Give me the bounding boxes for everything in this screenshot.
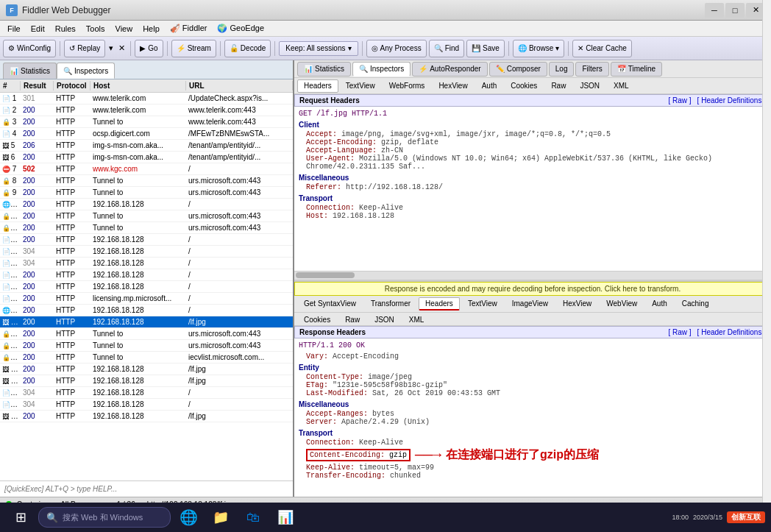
response-vertical-scrollbar[interactable]: [762, 296, 771, 497]
resp-tab-syntaxview[interactable]: Get SyntaxView: [297, 297, 363, 311]
maximize-button[interactable]: □: [725, 3, 745, 18]
request-scrollbar[interactable]: [294, 271, 771, 280]
browse-button[interactable]: 🌐 Browse ▾: [513, 40, 564, 57]
session-row[interactable]: 🖼 34 200 HTTP 192.168.18.128 /lf.jpg: [0, 411, 293, 422]
session-row[interactable]: 🔒 9 200 HTTP Tunnel to urs.microsoft.com…: [0, 187, 293, 199]
session-row[interactable]: 📄 32 304 HTTP 192.168.18.128 /: [0, 387, 293, 399]
minimize-button[interactable]: ─: [705, 3, 724, 18]
insp-tab-statistics[interactable]: 📊 Statistics: [297, 62, 351, 77]
menu-geoedge[interactable]: 🌍 GeoEdge: [213, 22, 269, 35]
taskbar-explorer[interactable]: 📁: [206, 506, 235, 511]
response-def-link[interactable]: [ Header Definitions ]: [697, 328, 766, 336]
session-row[interactable]: 📄 18 304 HTTP 192.168.18.128 /: [0, 258, 293, 269]
taskbar-app4[interactable]: 📊: [271, 506, 300, 511]
session-row[interactable]: 🔒 12 200 HTTP Tunnel to urs.microsoft.co…: [0, 222, 293, 234]
insp-tab-timeline[interactable]: 📅 Timeline: [611, 62, 662, 77]
menu-file[interactable]: File: [3, 23, 25, 35]
session-row[interactable]: 📄 21 200 HTTP licensing.mp.microsoft... …: [0, 293, 293, 305]
menu-rules[interactable]: Rules: [51, 23, 80, 35]
session-row[interactable]: 🔒 24 200 HTTP Tunnel to urs.microsoft.co…: [0, 328, 293, 340]
insp-tab-composer[interactable]: ✏️ Composer: [489, 62, 547, 77]
session-row[interactable]: 🔒 26 200 HTTP Tunnel to iecvlist.microso…: [0, 352, 293, 363]
response-raw-link[interactable]: [ Raw ]: [668, 328, 691, 336]
go-button[interactable]: ▶ Go: [135, 40, 163, 57]
keep-sessions-button[interactable]: Keep: All sessions ▾: [279, 41, 358, 56]
start-button[interactable]: ⊞: [6, 506, 35, 511]
session-row[interactable]: 🖼 31 200 HTTP 192.168.18.128 /lf.jpg: [0, 375, 293, 387]
find-button[interactable]: 🔍 Find: [429, 40, 464, 57]
session-row[interactable]: 🖼 23 200 HTTP 192.168.18.128 /lf.jpg: [0, 316, 293, 328]
resp-tab-auth[interactable]: Auth: [645, 297, 674, 311]
session-row[interactable]: 📄 4 200 HTTP ocsp.digicert.com /MFEwTzBN…: [0, 128, 293, 140]
menu-help[interactable]: Help: [138, 23, 164, 35]
menu-view[interactable]: View: [111, 23, 138, 35]
sessions-list[interactable]: 📄 1 301 HTTP www.telerik.com /UpdateChec…: [0, 93, 293, 480]
session-row[interactable]: 📄 2 200 HTTP www.telerik.com www.telerik…: [0, 104, 293, 116]
session-row[interactable]: 📄 13 200 HTTP 192.168.18.128 /: [0, 234, 293, 246]
save-button[interactable]: 💾 Save: [466, 40, 505, 57]
resp-tab-transformer[interactable]: Transformer: [364, 297, 417, 311]
session-row[interactable]: 📄 17 304 HTTP 192.168.18.128 /: [0, 246, 293, 258]
session-row[interactable]: 🌐 10 200 HTTP 192.168.18.128 /: [0, 199, 293, 210]
any-process-button[interactable]: ◎ Any Process: [366, 40, 427, 57]
req-tab-json[interactable]: JSON: [573, 79, 606, 93]
menu-edit[interactable]: Edit: [26, 23, 49, 35]
req-tab-headers[interactable]: Headers: [297, 79, 338, 93]
menu-fiddler[interactable]: 🎻 Fiddler: [166, 22, 212, 35]
session-row[interactable]: 📄 1 301 HTTP www.telerik.com /UpdateChec…: [0, 93, 293, 104]
clear-cache-button[interactable]: ✕ Clear Cache: [572, 40, 632, 57]
taskbar-store[interactable]: 🛍: [238, 506, 268, 511]
resp-tab-cookies[interactable]: Cookies: [297, 313, 337, 327]
resp-tab-xml[interactable]: XML: [402, 313, 431, 327]
taskbar-edge[interactable]: 🌐: [174, 506, 203, 511]
request-raw-link[interactable]: [ Raw ]: [668, 96, 691, 104]
req-tab-xml[interactable]: XML: [607, 79, 636, 93]
request-def-link[interactable]: [ Header Definitions ]: [697, 96, 766, 104]
warning-bar[interactable]: Response is encoded and may require deco…: [294, 282, 771, 296]
req-tab-hexview[interactable]: HexView: [432, 79, 474, 93]
resp-tab-textview[interactable]: TextView: [461, 297, 504, 311]
req-tab-raw[interactable]: Raw: [544, 79, 572, 93]
req-tab-textview[interactable]: TextView: [339, 79, 382, 93]
insp-tab-inspectors[interactable]: 🔍 Inspectors: [352, 62, 411, 77]
resp-tab-hexview[interactable]: HexView: [556, 297, 598, 311]
session-row[interactable]: 🖼 29 200 HTTP 192.168.18.128 /lf.jpg: [0, 363, 293, 375]
replay-button[interactable]: ↺ Replay: [64, 40, 105, 57]
winconfig-button[interactable]: ⚙ WinConfig: [3, 40, 56, 57]
resp-tab-headers[interactable]: Headers: [419, 297, 460, 311]
resp-tab-json[interactable]: JSON: [368, 313, 401, 327]
decode-button[interactable]: 🔓 Decode: [224, 40, 271, 57]
session-num: 📄 13: [0, 235, 21, 244]
insp-tab-autoresponder[interactable]: ⚡ AutoResponder: [412, 62, 488, 77]
session-row[interactable]: 🖼 6 200 HTTP img-s-msn-com.aka... /tenan…: [0, 152, 293, 163]
req-tab-cookies[interactable]: Cookies: [504, 79, 544, 93]
menu-tools[interactable]: Tools: [82, 23, 110, 35]
session-row[interactable]: 🔒 25 200 HTTP Tunnel to urs.microsoft.co…: [0, 340, 293, 352]
req-tab-auth[interactable]: Auth: [475, 79, 504, 93]
stream-button[interactable]: ⚡ Stream: [171, 40, 216, 57]
dropdown-arrow-1[interactable]: ▾: [107, 42, 115, 54]
req-tab-webforms[interactable]: WebForms: [383, 79, 432, 93]
resp-tab-caching[interactable]: Caching: [675, 297, 716, 311]
session-row[interactable]: 🌐 22 200 HTTP 192.168.18.128 /: [0, 305, 293, 316]
session-row[interactable]: 🖼 5 206 HTTP img-s-msn-com.aka... /tenan…: [0, 140, 293, 152]
session-row[interactable]: 📄 33 304 HTTP 192.168.18.128 /: [0, 399, 293, 411]
session-row[interactable]: 📄 20 200 HTTP 192.168.18.128 /: [0, 281, 293, 293]
session-row[interactable]: 🔒 8 200 HTTP Tunnel to urs.microsoft.com…: [0, 175, 293, 187]
resp-tab-raw[interactable]: Raw: [338, 313, 366, 327]
insp-tab-filters[interactable]: Filters: [575, 62, 608, 77]
quickexec-input[interactable]: [4, 485, 288, 493]
resp-tab-imageview[interactable]: ImageView: [505, 297, 555, 311]
tab-statistics[interactable]: 📊 Statistics: [3, 63, 57, 79]
resp-tab-webview[interactable]: WebView: [600, 297, 644, 311]
tab-inspectors[interactable]: 🔍 Inspectors: [57, 63, 115, 79]
session-row[interactable]: 🔒 3 200 HTTP Tunnel to www.telerik.com:4…: [0, 116, 293, 128]
x-button[interactable]: ✕: [117, 42, 127, 54]
insp-tab-log[interactable]: Log: [549, 62, 575, 77]
taskbar-search[interactable]: 🔍 搜索 Web 和 Windows: [38, 507, 171, 511]
session-row[interactable]: 🔒 11 200 HTTP Tunnel to urs.microsoft.co…: [0, 210, 293, 222]
session-num: 🖼 34: [0, 412, 21, 420]
session-row[interactable]: ⛔ 7 502 HTTP www.kgc.com /: [0, 163, 293, 175]
session-host: Tunnel to: [90, 341, 186, 350]
session-row[interactable]: 📄 19 200 HTTP 192.168.18.128 /: [0, 269, 293, 281]
